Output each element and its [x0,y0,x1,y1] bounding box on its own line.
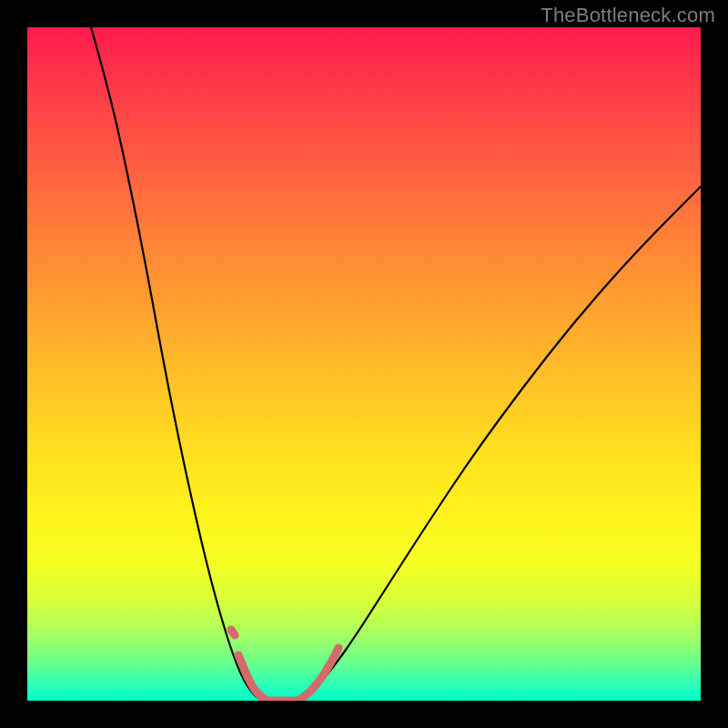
watermark-text: TheBottleneck.com [541,4,715,27]
series-pink-right-run [298,648,339,701]
chart-frame: TheBottleneck.com [0,0,728,728]
series-pink-left-accent [231,630,235,635]
series-right-branch [300,187,701,701]
series-left-branch [91,27,262,701]
curve-layer [27,27,701,701]
plot-area [27,27,701,701]
